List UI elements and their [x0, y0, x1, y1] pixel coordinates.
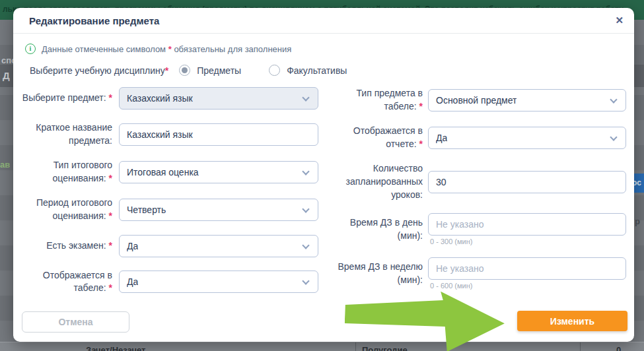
- field-row: Время ДЗ в неделю (мин): 0 - 600 (мин): [324, 257, 626, 290]
- field-label: Тип предмета в табеле: *: [324, 87, 423, 113]
- form-column-right: Тип предмета в табеле: * Основной предме…: [324, 87, 626, 307]
- radio-label: Факультативы: [287, 65, 347, 76]
- radio-electives[interactable]: Факультативы: [269, 65, 347, 76]
- select-value: Итоговая оценка: [127, 167, 199, 177]
- field-row: Тип предмета в табеле: * Основной предме…: [324, 87, 626, 113]
- field-row: Отображается в отчете: * Да: [324, 125, 626, 150]
- subject-type-select[interactable]: Основной предмет: [428, 89, 626, 112]
- discipline-type-row: Выберите учебную дисциплину* Предметы Фа…: [13, 54, 634, 76]
- subject-select[interactable]: Казахский язык: [119, 87, 318, 110]
- field-label: Краткое название предмета:: [16, 121, 112, 147]
- radio-subjects[interactable]: Предметы: [179, 65, 241, 76]
- select-value: Четверть: [127, 205, 166, 215]
- chevron-down-icon: [302, 241, 309, 249]
- table-column-divider: [580, 342, 581, 351]
- select-value: Казахский язык: [127, 93, 193, 104]
- table-cell: 0: [616, 345, 621, 351]
- chevron-down-icon: [302, 277, 309, 284]
- select-value: Основной предмет: [436, 95, 517, 106]
- field-label: Время ДЗ в день (мин):: [324, 216, 423, 242]
- field-row: Период итогового оценивания: * Четверть: [16, 197, 318, 222]
- required-fields-note: i Данные отмеченные символом * обязатель…: [13, 34, 634, 54]
- field-row: Тип итогового оценивания: * Итоговая оце…: [16, 159, 318, 185]
- background-text-fragment: р: [635, 216, 640, 226]
- homework-week-input[interactable]: [428, 257, 626, 280]
- field-row: Отображается в табеле: * Да: [16, 269, 318, 295]
- final-grade-period-select[interactable]: Четверть: [119, 199, 318, 221]
- homework-day-input[interactable]: [428, 213, 626, 236]
- field-label: Количество запланированных уроков:: [324, 162, 423, 201]
- radio-label: Предметы: [197, 65, 241, 76]
- field-label: Отображается в табеле: *: [16, 269, 112, 295]
- radio-selected-icon: [179, 65, 190, 76]
- field-label: Время ДЗ в неделю (мин):: [324, 261, 423, 286]
- field-label: Период итогового оценивания: *: [16, 197, 112, 222]
- field-row: Количество запланированных уроков:: [324, 162, 626, 201]
- range-hint: 0 - 300 (мин): [430, 238, 626, 245]
- field-label: Тип итогового оценивания: *: [16, 159, 112, 185]
- edit-subject-modal: Редактирование предмета ✕ i Данные отмеч…: [13, 8, 634, 342]
- discipline-radio-group: Предметы Факультативы: [179, 65, 347, 76]
- table-column-divider: [355, 342, 356, 351]
- info-icon: i: [25, 44, 36, 54]
- radio-unselected-icon: [269, 65, 280, 76]
- background-table-strip: Зачет/Незачет Полугодие 0: [0, 342, 644, 351]
- short-name-input[interactable]: [119, 123, 318, 146]
- discipline-type-label: Выберите учебную дисциплину*: [30, 65, 168, 76]
- field-row: Есть экзамен: * Да: [16, 235, 318, 257]
- field-row: Время ДЗ в день (мин): 0 - 300 (мин): [324, 213, 626, 245]
- close-icon[interactable]: ✕: [615, 14, 624, 27]
- field-label: Есть экзамен: *: [16, 239, 112, 253]
- select-value: Да: [436, 133, 447, 143]
- table-cell: Зачет/Незачет: [86, 345, 145, 351]
- chevron-down-icon: [302, 94, 309, 101]
- field-label: Отображается в отчете: *: [324, 125, 423, 150]
- background-link-fragment: ав: [0, 160, 10, 170]
- modal-title: Редактирование предмета: [29, 15, 159, 26]
- field-label: Выберите предмет: *: [16, 92, 112, 105]
- background-text-fragment: Д: [3, 70, 10, 81]
- submit-button[interactable]: Изменить: [517, 311, 627, 331]
- field-row: Краткое название предмета:: [16, 121, 318, 147]
- chevron-down-icon: [610, 133, 617, 141]
- subject-form: Выберите предмет: * Казахский язык Кратк…: [13, 76, 634, 307]
- show-in-report-select[interactable]: Да: [428, 127, 626, 149]
- table-cell: Полугодие: [362, 345, 408, 351]
- has-exam-select[interactable]: Да: [119, 235, 318, 257]
- note-text: Данные отмеченные символом * обязательны…: [42, 44, 291, 54]
- show-in-record-select[interactable]: Да: [119, 271, 318, 293]
- range-hint: 0 - 600 (мин): [430, 282, 626, 290]
- chevron-down-icon: [302, 205, 309, 212]
- modal-header: Редактирование предмета ✕: [13, 8, 634, 34]
- chevron-down-icon: [302, 168, 309, 175]
- final-grade-type-select[interactable]: Итоговая оценка: [119, 161, 318, 183]
- form-column-left: Выберите предмет: * Казахский язык Кратк…: [16, 87, 318, 307]
- select-value: Да: [127, 276, 138, 287]
- field-row: Выберите предмет: * Казахский язык: [16, 87, 318, 110]
- cancel-button[interactable]: Отмена: [22, 311, 129, 333]
- chevron-down-icon: [610, 96, 617, 103]
- select-value: Да: [127, 241, 138, 251]
- planned-lessons-input[interactable]: [428, 171, 626, 193]
